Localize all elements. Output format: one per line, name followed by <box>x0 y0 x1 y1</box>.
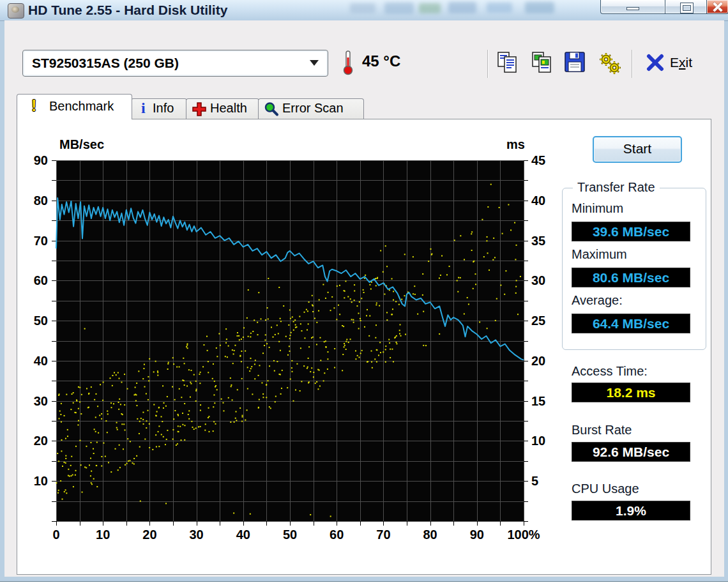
close-button[interactable] <box>706 0 728 14</box>
client-area: ST9250315AS (250 GB) 45 °C <box>4 20 724 577</box>
exit-x-icon <box>646 54 665 72</box>
minimum-label: Minimum <box>572 201 623 216</box>
tab-info-label: Info <box>153 101 174 116</box>
app-window: HD Tune 2.55 - Hard Disk Utility ST92503… <box>0 0 728 582</box>
axis-tick-label: 10 <box>531 432 559 449</box>
chevron-down-icon <box>310 60 319 66</box>
axis-tick-label: 35 <box>531 232 559 249</box>
exclamation-icon: ! <box>31 96 36 115</box>
window-title: HD Tune 2.55 - Hard Disk Utility <box>28 3 227 18</box>
drive-selector-value: ST9250315AS (250 GB) <box>32 56 179 71</box>
drive-selector-dropdown[interactable]: ST9250315AS (250 GB) <box>22 50 328 77</box>
glass-artifact <box>384 3 414 14</box>
right-axis-title: ms <box>506 137 525 152</box>
cpu-usage-value: 1.9% <box>572 501 690 520</box>
access-time-value: 18.2 ms <box>572 383 690 402</box>
axis-tick-label: 20 <box>531 353 559 369</box>
exit-label[interactable]: Exit <box>670 55 692 70</box>
axis-tick-label: 90 <box>21 152 48 169</box>
burst-rate-label: Burst Rate <box>572 423 632 437</box>
info-icon: i <box>141 100 146 117</box>
toolbar-separator <box>487 50 489 78</box>
tab-error-scan[interactable]: Error Scan <box>258 98 364 119</box>
transfer-rate-groupbox: Transfer Rate Minimum 39.6 MB/sec Maximu… <box>562 188 706 350</box>
maximum-label: Maximum <box>572 247 627 262</box>
gears-icon <box>598 51 622 75</box>
axis-tick-label: 80 <box>411 526 450 543</box>
tab-benchmark-label: Benchmark <box>49 99 114 114</box>
axis-tick-label: 10 <box>21 473 48 489</box>
toolbar-separator <box>632 50 633 78</box>
average-value: 64.4 MB/sec <box>572 314 690 333</box>
glass-artifact <box>525 2 554 13</box>
axis-tick-label: 20 <box>130 526 169 543</box>
axis-tick-label: 70 <box>21 232 48 249</box>
tab-error-scan-label: Error Scan <box>282 101 344 116</box>
axis-tick-label: 30 <box>21 393 48 409</box>
copy-image-icon <box>531 51 555 74</box>
axis-tick-label: 50 <box>21 312 48 329</box>
axis-tick-label: 100% <box>501 526 546 543</box>
axis-tick-label: 45 <box>531 152 559 169</box>
minimize-icon <box>627 8 639 10</box>
save-icon <box>563 51 588 74</box>
axis-tick-label: 70 <box>364 526 402 543</box>
axis-tick-label: 25 <box>531 312 559 329</box>
temperature-value: 45 °C <box>362 52 400 70</box>
axis-tick-label: 30 <box>531 272 559 289</box>
copy-text-icon <box>496 51 520 74</box>
glass-artifact <box>419 3 441 13</box>
minimize-button[interactable] <box>600 0 665 14</box>
axis-tick-label: 60 <box>21 272 48 289</box>
magnifier-icon <box>264 102 279 119</box>
maximize-button[interactable] <box>665 0 707 14</box>
save-button[interactable] <box>563 51 589 75</box>
tab-benchmark[interactable]: ! Benchmark <box>17 94 132 119</box>
maximize-icon <box>681 3 693 13</box>
burst-rate-value: 92.6 MB/sec <box>572 442 690 462</box>
tab-health-label: Health <box>210 101 247 116</box>
maximum-value: 80.6 MB/sec <box>572 268 690 287</box>
tab-info[interactable]: i Info <box>131 98 187 119</box>
access-time-label: Access Time: <box>572 364 648 379</box>
axis-tick-label: 40 <box>224 526 262 543</box>
glass-artifact <box>448 2 476 13</box>
axis-tick-label: 50 <box>271 526 309 543</box>
benchmark-page: MB/sec ms 908070605040302010 45403530252… <box>17 119 711 575</box>
axis-tick-label: 40 <box>531 192 559 209</box>
cpu-usage-label: CPU Usage <box>572 482 639 496</box>
left-axis-title: MB/sec <box>59 137 104 152</box>
benchmark-chart-canvas <box>51 159 529 526</box>
axis-tick-label: 40 <box>21 353 48 369</box>
axis-tick-label: 5 <box>531 473 559 489</box>
exit-button[interactable] <box>646 54 667 73</box>
start-button[interactable]: Start <box>593 136 682 163</box>
axis-tick-label: 20 <box>21 432 48 449</box>
axis-tick-label: 90 <box>458 526 496 543</box>
tab-health[interactable]: Health <box>186 98 259 119</box>
health-cross-icon <box>192 102 207 119</box>
transfer-rate-legend: Transfer Rate <box>573 180 660 195</box>
axis-tick-label: 15 <box>531 393 559 409</box>
copy-text-button[interactable] <box>496 51 522 75</box>
thermometer-icon <box>343 50 353 78</box>
app-icon <box>8 3 24 19</box>
axis-tick-label: 80 <box>21 192 48 209</box>
glass-artifact <box>487 3 512 13</box>
minimum-value: 39.6 MB/sec <box>572 222 690 241</box>
average-label: Average: <box>572 293 623 308</box>
axis-tick-label: 60 <box>317 526 356 543</box>
axis-tick-label: 0 <box>37 526 75 543</box>
copy-image-button[interactable] <box>531 51 556 75</box>
options-button[interactable] <box>598 51 623 75</box>
axis-tick-label: 10 <box>84 526 122 543</box>
glass-artifact <box>350 3 375 13</box>
axis-tick-label: 30 <box>178 526 216 543</box>
